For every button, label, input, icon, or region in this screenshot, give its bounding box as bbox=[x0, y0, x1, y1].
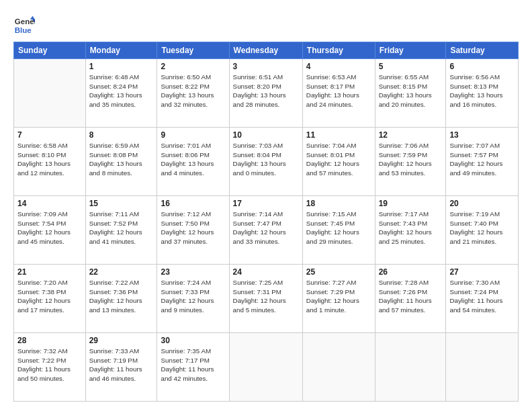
day-number: 13 bbox=[449, 130, 515, 140]
day-number: 2 bbox=[161, 62, 225, 71]
day-cell: 15Sunrise: 7:11 AMSunset: 7:52 PMDayligh… bbox=[85, 196, 157, 265]
day-number: 17 bbox=[233, 199, 299, 208]
day-number: 12 bbox=[379, 130, 443, 140]
day-number: 24 bbox=[233, 267, 299, 277]
day-info: Sunrise: 7:33 AMSunset: 7:19 PMDaylight:… bbox=[89, 347, 154, 383]
day-number: 10 bbox=[233, 130, 299, 140]
day-cell: 5Sunrise: 6:55 AMSunset: 8:15 PMDaylight… bbox=[375, 59, 446, 128]
svg-text:Blue: Blue bbox=[15, 26, 32, 34]
logo: General Blue bbox=[13, 15, 38, 36]
day-info: Sunrise: 7:01 AMSunset: 8:06 PMDaylight:… bbox=[161, 141, 225, 178]
day-info: Sunrise: 6:53 AMSunset: 8:17 PMDaylight:… bbox=[306, 73, 371, 109]
day-number: 25 bbox=[306, 267, 371, 277]
day-info: Sunrise: 7:17 AMSunset: 7:43 PMDaylight:… bbox=[379, 210, 443, 246]
day-cell bbox=[375, 333, 446, 402]
day-info: Sunrise: 7:22 AMSunset: 7:36 PMDaylight:… bbox=[89, 278, 154, 315]
day-number: 4 bbox=[306, 62, 371, 71]
day-info: Sunrise: 7:15 AMSunset: 7:45 PMDaylight:… bbox=[306, 210, 371, 246]
day-number: 9 bbox=[161, 130, 225, 140]
day-info: Sunrise: 7:12 AMSunset: 7:50 PMDaylight:… bbox=[161, 210, 225, 246]
col-header-thursday: Thursday bbox=[302, 42, 375, 59]
week-row-5: 28Sunrise: 7:32 AMSunset: 7:22 PMDayligh… bbox=[14, 333, 519, 402]
day-cell: 24Sunrise: 7:25 AMSunset: 7:31 PMDayligh… bbox=[229, 265, 302, 333]
day-info: Sunrise: 7:30 AMSunset: 7:24 PMDaylight:… bbox=[449, 278, 515, 315]
col-header-friday: Friday bbox=[375, 42, 446, 59]
day-number: 30 bbox=[161, 336, 225, 345]
day-info: Sunrise: 7:03 AMSunset: 8:04 PMDaylight:… bbox=[233, 141, 299, 178]
day-cell: 14Sunrise: 7:09 AMSunset: 7:54 PMDayligh… bbox=[14, 196, 86, 265]
week-row-1: 1Sunrise: 6:48 AMSunset: 8:24 PMDaylight… bbox=[14, 59, 519, 128]
day-info: Sunrise: 6:56 AMSunset: 8:13 PMDaylight:… bbox=[449, 73, 515, 109]
day-cell: 29Sunrise: 7:33 AMSunset: 7:19 PMDayligh… bbox=[85, 333, 157, 402]
day-number: 16 bbox=[161, 199, 225, 208]
day-info: Sunrise: 7:07 AMSunset: 7:57 PMDaylight:… bbox=[449, 141, 515, 178]
day-number: 23 bbox=[161, 267, 225, 277]
day-number: 20 bbox=[449, 199, 515, 208]
day-cell: 3Sunrise: 6:51 AMSunset: 8:20 PMDaylight… bbox=[229, 59, 302, 128]
day-cell: 26Sunrise: 7:28 AMSunset: 7:26 PMDayligh… bbox=[375, 265, 446, 333]
day-number: 5 bbox=[379, 62, 443, 71]
week-row-3: 14Sunrise: 7:09 AMSunset: 7:54 PMDayligh… bbox=[14, 196, 519, 265]
day-number: 28 bbox=[17, 336, 82, 345]
day-cell: 6Sunrise: 6:56 AMSunset: 8:13 PMDaylight… bbox=[446, 59, 519, 128]
day-number: 15 bbox=[89, 199, 154, 208]
day-cell: 1Sunrise: 6:48 AMSunset: 8:24 PMDaylight… bbox=[85, 59, 157, 128]
day-cell: 12Sunrise: 7:06 AMSunset: 7:59 PMDayligh… bbox=[375, 128, 446, 196]
day-cell: 25Sunrise: 7:27 AMSunset: 7:29 PMDayligh… bbox=[302, 265, 375, 333]
day-number: 27 bbox=[449, 267, 515, 277]
header: General Blue bbox=[13, 12, 519, 36]
day-info: Sunrise: 7:19 AMSunset: 7:40 PMDaylight:… bbox=[449, 210, 515, 246]
day-cell: 28Sunrise: 7:32 AMSunset: 7:22 PMDayligh… bbox=[14, 333, 86, 402]
col-header-monday: Monday bbox=[85, 42, 157, 59]
day-info: Sunrise: 6:59 AMSunset: 8:08 PMDaylight:… bbox=[89, 141, 154, 178]
day-cell: 16Sunrise: 7:12 AMSunset: 7:50 PMDayligh… bbox=[157, 196, 229, 265]
day-cell bbox=[229, 333, 302, 402]
day-number: 11 bbox=[306, 130, 371, 140]
day-info: Sunrise: 7:24 AMSunset: 7:33 PMDaylight:… bbox=[161, 278, 225, 315]
day-cell: 17Sunrise: 7:14 AMSunset: 7:47 PMDayligh… bbox=[229, 196, 302, 265]
day-info: Sunrise: 7:11 AMSunset: 7:52 PMDaylight:… bbox=[89, 210, 154, 246]
day-info: Sunrise: 6:48 AMSunset: 8:24 PMDaylight:… bbox=[89, 73, 154, 109]
day-info: Sunrise: 7:14 AMSunset: 7:47 PMDaylight:… bbox=[233, 210, 299, 246]
day-cell: 19Sunrise: 7:17 AMSunset: 7:43 PMDayligh… bbox=[375, 196, 446, 265]
day-info: Sunrise: 7:35 AMSunset: 7:17 PMDaylight:… bbox=[161, 347, 225, 383]
day-cell: 23Sunrise: 7:24 AMSunset: 7:33 PMDayligh… bbox=[157, 265, 229, 333]
day-number: 21 bbox=[17, 267, 82, 277]
day-info: Sunrise: 7:04 AMSunset: 8:01 PMDaylight:… bbox=[306, 141, 371, 178]
col-header-wednesday: Wednesday bbox=[229, 42, 302, 59]
day-number: 1 bbox=[89, 62, 154, 71]
calendar-page: General Blue SundayMondayTuesdayWednesda… bbox=[0, 0, 532, 411]
week-row-2: 7Sunrise: 6:58 AMSunset: 8:10 PMDaylight… bbox=[14, 128, 519, 196]
day-cell bbox=[446, 333, 519, 402]
day-cell: 8Sunrise: 6:59 AMSunset: 8:08 PMDaylight… bbox=[85, 128, 157, 196]
day-info: Sunrise: 6:50 AMSunset: 8:22 PMDaylight:… bbox=[161, 73, 225, 109]
day-info: Sunrise: 7:09 AMSunset: 7:54 PMDaylight:… bbox=[17, 210, 82, 246]
day-cell: 9Sunrise: 7:01 AMSunset: 8:06 PMDaylight… bbox=[157, 128, 229, 196]
day-cell: 11Sunrise: 7:04 AMSunset: 8:01 PMDayligh… bbox=[302, 128, 375, 196]
day-info: Sunrise: 6:55 AMSunset: 8:15 PMDaylight:… bbox=[379, 73, 443, 109]
calendar-table: SundayMondayTuesdayWednesdayThursdayFrid… bbox=[13, 42, 519, 402]
day-info: Sunrise: 7:27 AMSunset: 7:29 PMDaylight:… bbox=[306, 278, 371, 315]
day-cell: 27Sunrise: 7:30 AMSunset: 7:24 PMDayligh… bbox=[446, 265, 519, 333]
day-number: 26 bbox=[379, 267, 443, 277]
day-cell: 4Sunrise: 6:53 AMSunset: 8:17 PMDaylight… bbox=[302, 59, 375, 128]
day-number: 6 bbox=[449, 62, 515, 71]
day-cell: 10Sunrise: 7:03 AMSunset: 8:04 PMDayligh… bbox=[229, 128, 302, 196]
week-row-4: 21Sunrise: 7:20 AMSunset: 7:38 PMDayligh… bbox=[14, 265, 519, 333]
day-cell: 7Sunrise: 6:58 AMSunset: 8:10 PMDaylight… bbox=[14, 128, 86, 196]
day-cell bbox=[302, 333, 375, 402]
logo-icon: General Blue bbox=[13, 15, 35, 36]
day-info: Sunrise: 6:51 AMSunset: 8:20 PMDaylight:… bbox=[233, 73, 299, 109]
day-cell: 22Sunrise: 7:22 AMSunset: 7:36 PMDayligh… bbox=[85, 265, 157, 333]
day-info: Sunrise: 7:20 AMSunset: 7:38 PMDaylight:… bbox=[17, 278, 82, 315]
day-number: 18 bbox=[306, 199, 371, 208]
day-info: Sunrise: 7:25 AMSunset: 7:31 PMDaylight:… bbox=[233, 278, 299, 315]
day-info: Sunrise: 7:06 AMSunset: 7:59 PMDaylight:… bbox=[379, 141, 443, 178]
day-number: 14 bbox=[17, 199, 82, 208]
day-number: 7 bbox=[17, 130, 82, 140]
day-number: 19 bbox=[379, 199, 443, 208]
day-info: Sunrise: 7:32 AMSunset: 7:22 PMDaylight:… bbox=[17, 347, 82, 383]
day-info: Sunrise: 7:28 AMSunset: 7:26 PMDaylight:… bbox=[379, 278, 443, 315]
day-cell: 30Sunrise: 7:35 AMSunset: 7:17 PMDayligh… bbox=[157, 333, 229, 402]
day-number: 3 bbox=[233, 62, 299, 71]
